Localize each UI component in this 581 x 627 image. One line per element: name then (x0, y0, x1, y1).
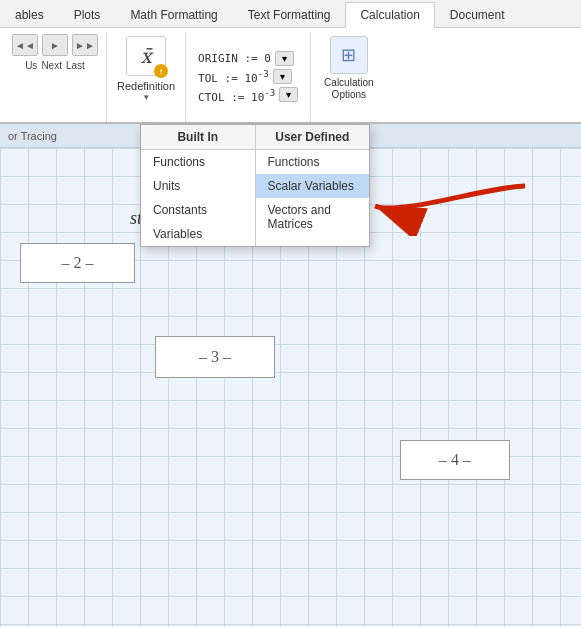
next-button[interactable]: ► (42, 34, 68, 56)
nav-us-label: Us (25, 60, 37, 71)
origin-dropdown-button[interactable]: ▾ (275, 51, 294, 66)
ribbon-tabs: ables Plots Math Formatting Text Formatt… (0, 0, 581, 28)
tab-math-formatting[interactable]: Math Formatting (115, 1, 232, 27)
nav-next-label: Next (41, 60, 62, 71)
dropdown-builtin-constants[interactable]: Constants (141, 198, 255, 222)
tab-calculation[interactable]: Calculation (345, 2, 434, 28)
dropdown-builtin-functions[interactable]: Functions (141, 150, 255, 174)
nav-arrows: ◄◄ ► ►► (12, 34, 98, 56)
redefinition-warning-icon: ! (154, 64, 168, 78)
calc-options-label: CalculationOptions (324, 77, 373, 101)
prev-prev-button[interactable]: ◄◄ (12, 34, 38, 56)
redefinition-label: Redefinition (117, 80, 175, 92)
dropdown-builtin-variables[interactable]: Variables (141, 222, 255, 246)
ribbon-content: ◄◄ ► ►► Us Next Last x̄ ! Redefinition ▾… (0, 28, 581, 124)
dropdown-userdefined-functions[interactable]: Functions (256, 150, 370, 174)
dropdown-builtin-units[interactable]: Units (141, 174, 255, 198)
math-box-2[interactable]: – 2 – (20, 243, 135, 283)
dropdown-userdefined-vectors-matrices[interactable]: Vectors and Matrices (256, 198, 370, 236)
tab-plots[interactable]: Plots (59, 1, 116, 27)
dropdown-userdefined-col: Functions Scalar Variables Vectors and M… (256, 150, 370, 246)
ribbon-section-calc-options[interactable]: ⊞ CalculationOptions (311, 32, 386, 122)
origin-var-name: ORIGIN := 0 (198, 52, 271, 65)
redefinition-icon: x̄ ! (126, 36, 166, 76)
math-box-3[interactable]: – 3 – (155, 336, 275, 378)
dropdown-menu: Built In User Defined Functions Units Co… (140, 124, 370, 247)
nav-last-label: Last (66, 60, 85, 71)
last-button[interactable]: ►► (72, 34, 98, 56)
calc-options-icon[interactable]: ⊞ (330, 36, 368, 74)
tol-dropdown-button[interactable]: ▾ (273, 69, 292, 84)
ribbon-section-nav: ◄◄ ► ►► Us Next Last (4, 32, 107, 122)
dropdown-builtin-header: Built In (141, 125, 256, 149)
ribbon-section-redefinition[interactable]: x̄ ! Redefinition ▾ (107, 32, 186, 122)
math-box-4[interactable]: – 4 – (400, 440, 510, 480)
nav-labels: Us Next Last (25, 60, 85, 71)
tol-var-name: TOL := 10-3 (198, 68, 269, 85)
dropdown-userdefined-header: User Defined (256, 125, 370, 149)
tab-ables[interactable]: ables (0, 1, 59, 27)
tol-var-row: TOL := 10-3 ▾ (198, 68, 298, 85)
ribbon-section-vars: ORIGIN := 0 ▾ TOL := 10-3 ▾ CTOL := 10-3… (186, 32, 311, 122)
redefinition-dropdown-arrow[interactable]: ▾ (144, 92, 149, 102)
tab-document[interactable]: Document (435, 1, 520, 27)
origin-var-row: ORIGIN := 0 ▾ (198, 51, 298, 66)
tab-text-formatting[interactable]: Text Formatting (233, 1, 346, 27)
app-window: ables Plots Math Formatting Text Formatt… (0, 0, 581, 627)
ctol-var-name: CTOL := 10-3 (198, 87, 275, 104)
dropdown-userdefined-scalar-variables[interactable]: Scalar Variables (256, 174, 370, 198)
error-tracing-label: or Tracing (8, 130, 57, 142)
dropdown-header: Built In User Defined (141, 125, 369, 150)
dropdown-rows: Functions Units Constants Variables Func… (141, 150, 369, 246)
dropdown-builtin-col: Functions Units Constants Variables (141, 150, 256, 246)
ctol-var-row: CTOL := 10-3 ▾ (198, 87, 298, 104)
ctol-dropdown-button[interactable]: ▾ (279, 87, 298, 102)
